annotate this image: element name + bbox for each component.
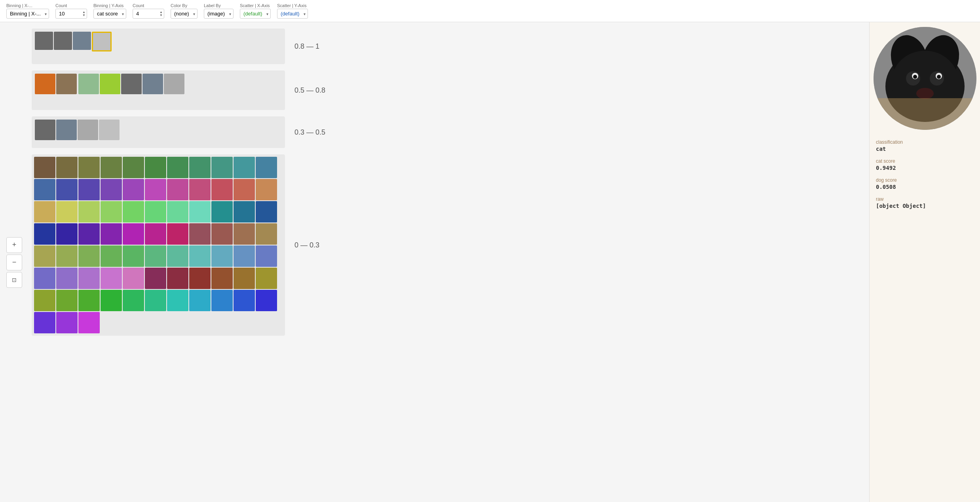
thumb[interactable]	[256, 201, 277, 222]
thumb[interactable]	[167, 157, 188, 178]
thumb[interactable]	[167, 290, 188, 311]
thumb[interactable]	[145, 157, 166, 178]
thumb[interactable]	[234, 268, 255, 289]
thumb[interactable]	[142, 74, 163, 94]
thumb[interactable]	[78, 290, 100, 311]
thumb[interactable]	[101, 245, 122, 267]
thumb[interactable]	[34, 290, 55, 311]
thumb[interactable]	[167, 223, 188, 245]
thumb[interactable]	[56, 74, 77, 94]
thumb[interactable]	[34, 201, 55, 222]
thumb[interactable]	[78, 120, 98, 140]
thumb[interactable]	[101, 157, 122, 178]
thumb[interactable]	[56, 201, 78, 222]
thumb[interactable]	[123, 290, 144, 311]
thumb[interactable]	[145, 268, 166, 289]
thumb[interactable]	[34, 157, 55, 178]
fit-button[interactable]: ⊡	[6, 272, 22, 288]
thumb[interactable]	[99, 120, 120, 140]
thumb[interactable]	[256, 223, 277, 245]
thumb[interactable]	[34, 268, 55, 289]
thumb[interactable]	[256, 268, 277, 289]
thumb[interactable]	[189, 290, 211, 311]
thumb[interactable]	[234, 157, 255, 178]
thumb[interactable]	[35, 74, 55, 94]
thumb[interactable]	[78, 223, 100, 245]
thumb[interactable]	[189, 179, 211, 200]
thumb[interactable]	[121, 74, 142, 94]
thumb[interactable]	[256, 245, 277, 267]
thumb[interactable]	[145, 201, 166, 222]
thumb[interactable]	[189, 201, 211, 222]
thumb[interactable]	[56, 268, 78, 289]
thumb[interactable]	[123, 157, 144, 178]
thumb[interactable]	[78, 74, 99, 94]
thumb[interactable]	[234, 179, 255, 200]
thumb[interactable]	[145, 245, 166, 267]
thumb[interactable]	[56, 312, 78, 333]
thumb[interactable]	[167, 245, 188, 267]
thumb[interactable]	[189, 268, 211, 289]
thumb[interactable]	[256, 157, 277, 178]
thumb[interactable]	[234, 223, 255, 245]
thumb[interactable]	[34, 245, 55, 267]
thumb[interactable]	[123, 179, 144, 200]
thumb[interactable]	[100, 74, 120, 94]
thumb[interactable]	[78, 179, 100, 200]
thumb[interactable]	[211, 290, 233, 311]
color-by-select[interactable]: (none)	[171, 9, 198, 19]
thumb[interactable]	[211, 157, 233, 178]
thumb[interactable]	[123, 223, 144, 245]
thumb[interactable]	[167, 201, 188, 222]
thumb[interactable]	[34, 312, 55, 333]
thumb[interactable]	[145, 223, 166, 245]
count-x-down[interactable]: ▼	[82, 14, 86, 17]
thumb[interactable]	[78, 312, 100, 333]
thumb[interactable]	[101, 290, 122, 311]
thumb[interactable]	[211, 179, 233, 200]
thumb[interactable]	[189, 245, 211, 267]
scatter-x-select[interactable]: (default)	[240, 9, 271, 19]
thumb[interactable]	[101, 223, 122, 245]
thumb[interactable]	[211, 268, 233, 289]
thumb[interactable]	[56, 223, 78, 245]
thumb[interactable]	[189, 223, 211, 245]
thumb[interactable]	[189, 157, 211, 178]
thumb[interactable]	[256, 179, 277, 200]
thumb[interactable]	[123, 245, 144, 267]
thumb-highlighted[interactable]	[92, 32, 112, 51]
thumb[interactable]	[101, 268, 122, 289]
thumb[interactable]	[145, 290, 166, 311]
thumb[interactable]	[56, 157, 78, 178]
thumb[interactable]	[211, 245, 233, 267]
thumb[interactable]	[78, 157, 100, 178]
thumb[interactable]	[234, 245, 255, 267]
thumb[interactable]	[123, 201, 144, 222]
thumb[interactable]	[78, 245, 100, 267]
label-by-select[interactable]: (image)	[204, 9, 234, 19]
thumb[interactable]	[56, 120, 77, 140]
zoom-out-button[interactable]: −	[6, 255, 22, 270]
thumb[interactable]	[73, 32, 91, 50]
scatter-y-select[interactable]: (default)	[277, 9, 308, 19]
thumb[interactable]	[78, 268, 100, 289]
thumb[interactable]	[123, 268, 144, 289]
binning-y-select[interactable]: cat score	[93, 9, 126, 19]
thumb[interactable]	[35, 120, 55, 140]
thumb[interactable]	[167, 179, 188, 200]
thumb[interactable]	[164, 74, 184, 94]
thumb[interactable]	[234, 201, 255, 222]
thumb[interactable]	[211, 201, 233, 222]
thumb[interactable]	[56, 179, 78, 200]
thumb[interactable]	[101, 179, 122, 200]
binning-x-select[interactable]: Binning | X-...	[6, 9, 49, 19]
thumb[interactable]	[54, 32, 72, 50]
thumb[interactable]	[56, 245, 78, 267]
thumb[interactable]	[34, 223, 55, 245]
thumb[interactable]	[234, 290, 255, 311]
thumb[interactable]	[167, 268, 188, 289]
zoom-in-button[interactable]: +	[6, 237, 22, 253]
thumb[interactable]	[256, 290, 277, 311]
thumb[interactable]	[35, 32, 53, 50]
thumb[interactable]	[34, 179, 55, 200]
